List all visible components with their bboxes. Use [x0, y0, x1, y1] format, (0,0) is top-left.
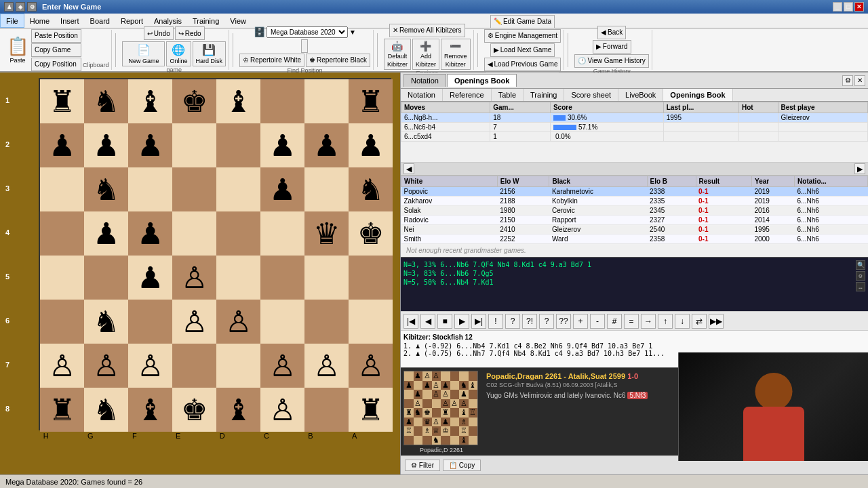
nav-end2-btn[interactable]: ▶▶ — [709, 314, 724, 329]
nav-q4-btn[interactable]: ?? — [556, 314, 571, 329]
default-kibitzer-btn[interactable]: 🤖 DefaultKibitzer — [384, 39, 411, 70]
menu-home[interactable]: Home — [24, 14, 55, 28]
nav-var-btn[interactable]: ! — [488, 314, 503, 329]
copy-position-btn[interactable]: Copy Position — [31, 58, 81, 71]
nav-next-btn[interactable]: ▶ — [454, 314, 469, 329]
redo-btn[interactable]: ↪ Redo — [175, 26, 205, 40]
square-d3[interactable]: ♙ — [216, 300, 260, 344]
games-col-white[interactable]: White — [401, 176, 498, 187]
paste-position-btn[interactable]: Paste Position — [31, 29, 81, 43]
itab-table[interactable]: Table — [492, 89, 524, 101]
square-f3[interactable] — [128, 300, 172, 344]
col-hot[interactable]: Hot — [738, 102, 778, 113]
itab-reference[interactable]: Reference — [443, 89, 492, 101]
square-b6[interactable] — [304, 167, 349, 211]
filter-btn[interactable]: ⚙ Filter — [405, 460, 440, 471]
game-row[interactable]: Solak 1980 Cerovic 2345 0-1 2016 6...Nh6 — [401, 206, 868, 216]
square-d5[interactable] — [216, 211, 260, 256]
games-col-elob[interactable]: Elo B — [647, 176, 696, 187]
square-b4[interactable] — [304, 256, 349, 300]
square-a1[interactable]: ♜ — [349, 388, 393, 432]
square-e5[interactable] — [172, 211, 216, 256]
square-e7[interactable] — [172, 123, 216, 167]
square-c2[interactable]: ♙ — [260, 344, 304, 388]
col-lastplayed[interactable]: Last pl... — [663, 102, 738, 113]
dropdown-icon[interactable]: ▼ — [349, 28, 356, 36]
square-e6[interactable] — [172, 167, 216, 211]
nav-q1-btn[interactable]: ? — [505, 314, 520, 329]
square-f6[interactable] — [128, 167, 172, 211]
game-row[interactable]: Smith 2252 Ward 2358 0-1 2000 6...Nh6 — [401, 235, 868, 244]
notation-settings-btn[interactable]: ⚙ — [842, 75, 853, 86]
itab-openings-book[interactable]: Openings Book — [663, 89, 732, 101]
menu-board[interactable]: Board — [85, 14, 115, 28]
load-next-btn[interactable]: ▶ Load Next Game — [490, 43, 555, 57]
nav-swap-btn[interactable]: ⇄ — [692, 314, 707, 329]
db-selector[interactable]: Mega Database 2020 — [267, 26, 348, 38]
square-g6[interactable]: ♞ — [84, 167, 128, 211]
square-g4[interactable] — [84, 256, 128, 300]
itab-livebook[interactable]: LiveBook — [618, 89, 663, 101]
itab-scoresheet[interactable]: Score sheet — [564, 89, 618, 101]
square-g3[interactable]: ♞ — [84, 300, 128, 344]
menu-file[interactable]: File — [0, 14, 24, 28]
square-e1[interactable]: ♚ — [172, 388, 216, 432]
col-moves[interactable]: Moves — [401, 102, 490, 113]
games-table-area[interactable]: White Elo W Black Elo B Result Year Nota… — [401, 176, 868, 244]
square-g8[interactable]: ♞ — [84, 79, 128, 123]
menu-report[interactable]: Report — [115, 14, 149, 28]
square-g2[interactable]: ♙ — [84, 344, 128, 388]
new-game-btn[interactable]: 📄 New Game — [122, 41, 165, 66]
repertoire-black-btn[interactable]: ♚ Repertoire Black — [306, 54, 370, 67]
col-bestplayer[interactable]: Best playe — [778, 102, 867, 113]
square-d8[interactable]: ♝ — [216, 79, 260, 123]
back-btn[interactable]: ◀ Back — [597, 26, 626, 39]
square-a5[interactable]: ♚ — [349, 211, 393, 256]
copy-game-btn[interactable]: Copy Game — [31, 43, 81, 57]
square-h3[interactable] — [40, 300, 84, 344]
load-prev-btn[interactable]: ◀ Load Previous Game — [484, 58, 561, 71]
nav-down-btn[interactable]: ↓ — [675, 314, 690, 329]
col-score[interactable]: Score — [550, 102, 663, 113]
copy-btn[interactable]: 📋 Copy — [443, 460, 481, 471]
add-kibitzer-btn[interactable]: ➕ AddKibitzer — [412, 39, 439, 70]
forward-btn[interactable]: ▶ Forward — [593, 40, 631, 54]
game-row[interactable]: Nei 2410 Gleizerov 2540 0-1 1995 6...Nh6 — [401, 225, 868, 235]
in-this-game-btn[interactable] — [301, 39, 308, 53]
square-d6[interactable] — [216, 167, 260, 211]
prev-arrow[interactable]: ◀ — [403, 163, 414, 174]
undo-btn[interactable]: ↩ Undo — [144, 26, 174, 40]
itab-training[interactable]: Training — [524, 89, 564, 101]
games-col-notation[interactable]: Notatio... — [795, 176, 868, 187]
square-f7[interactable]: ♟ — [128, 123, 172, 167]
square-c5[interactable] — [260, 211, 304, 256]
square-b5[interactable]: ♛ — [304, 211, 349, 256]
engine-zoom-btn[interactable]: 🔍 — [856, 260, 865, 270]
game-row[interactable]: Popovic 2156 Karahmetovic 2338 0-1 2019 … — [401, 187, 868, 197]
square-c7[interactable]: ♟ — [260, 123, 304, 167]
minimize-btn[interactable]: _ — [833, 2, 842, 12]
next-arrow[interactable]: ▶ — [854, 163, 865, 174]
square-c6[interactable]: ♟ — [260, 167, 304, 211]
nav-eq-btn[interactable]: = — [624, 314, 639, 329]
square-f1[interactable]: ♝ — [128, 388, 172, 432]
menu-analysis[interactable]: Analysis — [149, 14, 187, 28]
square-a3[interactable] — [349, 300, 393, 344]
square-h1[interactable]: ♜ — [40, 388, 84, 432]
game-row[interactable]: Zakharov 2188 Kobylkin 2335 0-1 2019 6..… — [401, 197, 868, 206]
online-btn[interactable]: 🌐 Online — [166, 41, 191, 66]
square-b2[interactable]: ♙ — [304, 344, 349, 388]
menu-insert[interactable]: Insert — [55, 14, 85, 28]
square-f5[interactable]: ♟ — [128, 211, 172, 256]
tab-notation[interactable]: Notation — [403, 74, 446, 87]
games-col-elow[interactable]: Elo W — [497, 176, 549, 187]
square-d4[interactable] — [216, 256, 260, 300]
games-col-year[interactable]: Year — [752, 176, 795, 187]
engine-more-btn[interactable]: … — [856, 282, 865, 291]
nav-plus-btn[interactable]: + — [573, 314, 588, 329]
close-btn[interactable]: ✕ — [854, 2, 864, 12]
nav-minus-btn[interactable]: - — [590, 314, 605, 329]
square-b7[interactable]: ♟ — [304, 123, 349, 167]
square-a2[interactable]: ♙ — [349, 344, 393, 388]
square-h2[interactable]: ♙ — [40, 344, 84, 388]
